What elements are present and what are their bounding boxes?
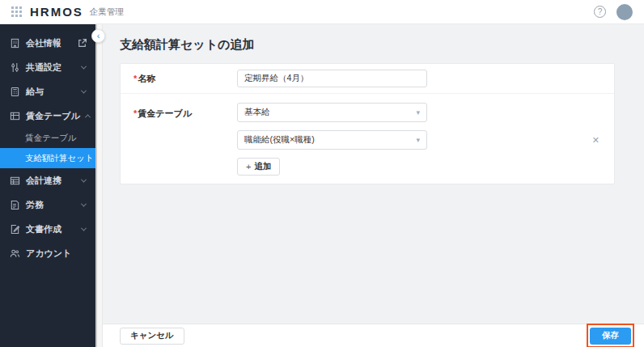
required-mark: * xyxy=(133,108,137,118)
sidebar: 会社情報 共通設定 xyxy=(0,24,95,347)
name-form-row: *名称 xyxy=(121,64,614,93)
sidebar-item-labor[interactable]: 労務 xyxy=(0,193,95,217)
required-mark: * xyxy=(133,74,137,83)
sidebar-item-common-settings[interactable]: 共通設定 xyxy=(0,55,95,79)
wage-table-icon xyxy=(10,111,20,121)
app-window: HRMOS 企業管理 ? 会社情報 xyxy=(0,0,644,347)
wage-table-form-row: *賃金テーブル 基本給 ▾ 職能給(役職×職 xyxy=(121,93,614,184)
sliders-icon xyxy=(10,62,20,73)
select-value: 職能給(役職×職種) xyxy=(244,134,315,146)
top-header: HRMOS 企業管理 ? xyxy=(0,0,644,24)
accounting-table-icon xyxy=(10,176,20,186)
body: 会社情報 共通設定 xyxy=(0,24,644,347)
sidebar-subitem-payment-calc-set[interactable]: 支給額計算セット xyxy=(0,148,95,168)
chevron-down-icon xyxy=(81,201,87,206)
select-value: 基本給 xyxy=(244,107,270,118)
sidebar-item-label: 給与 xyxy=(26,86,76,98)
wage-table-selects: 基本給 ▾ 職能給(役職×職種) ▾ ✕ xyxy=(237,103,601,176)
external-link-icon xyxy=(77,38,87,49)
form-card: *名称 *賃金テーブル 基本給 ▾ xyxy=(120,63,615,184)
chevron-down-icon xyxy=(81,87,87,93)
product-label: 企業管理 xyxy=(90,6,124,18)
document-create-icon xyxy=(10,224,20,235)
sidebar-item-label: 賃金テーブル xyxy=(26,110,80,122)
footer-bar: キャンセル 保存 xyxy=(103,324,644,347)
sidebar-item-label: 文書作成 xyxy=(26,223,76,235)
chevron-down-icon xyxy=(81,225,87,231)
chevron-down-icon: ▾ xyxy=(416,136,420,144)
sidebar-collapse-button[interactable]: ‹ xyxy=(91,29,105,43)
remove-row-icon[interactable]: ✕ xyxy=(591,133,601,147)
help-icon[interactable]: ? xyxy=(594,6,606,18)
sidebar-item-label: 会計連携 xyxy=(26,175,76,187)
hrmos-logo: HRMOS xyxy=(30,5,83,19)
sidebar-item-account[interactable]: アカウント xyxy=(0,241,95,265)
user-avatar[interactable] xyxy=(616,4,633,20)
name-input[interactable] xyxy=(237,70,427,87)
sidebar-item-label: 会社情報 xyxy=(26,37,71,49)
account-people-icon xyxy=(10,248,20,259)
sidebar-item-payroll[interactable]: 給与 xyxy=(0,79,95,104)
plus-icon: + xyxy=(246,162,251,171)
sidebar-subitem-wage-table[interactable]: 賃金テーブル xyxy=(0,128,95,148)
wage-table-select-2[interactable]: 職能給(役職×職種) ▾ xyxy=(237,130,427,150)
sidebar-gutter[interactable] xyxy=(95,24,103,347)
wage-table-select-row-1: 基本給 ▾ xyxy=(237,103,601,122)
sidebar-item-label: アカウント xyxy=(26,248,87,260)
content-area: 支給額計算セットの追加 *名称 *賃金テーブル xyxy=(103,24,644,324)
save-button[interactable]: 保存 xyxy=(590,328,631,345)
name-label: *名称 xyxy=(133,73,237,85)
chevron-down-icon: ▾ xyxy=(416,108,420,116)
labor-doc-icon xyxy=(10,200,20,210)
main-area: 支給額計算セットの追加 *名称 *賃金テーブル xyxy=(103,24,644,347)
add-wage-table-button[interactable]: + 追加 xyxy=(237,158,280,176)
header-right: ? xyxy=(594,4,633,20)
cancel-button[interactable]: キャンセル xyxy=(120,328,184,345)
wage-table-select-row-2: 職能給(役職×職種) ▾ ✕ xyxy=(237,130,601,150)
sidebar-item-accounting-link[interactable]: 会計連携 xyxy=(0,168,95,193)
sidebar-item-company-info[interactable]: 会社情報 xyxy=(0,31,95,55)
calculator-icon xyxy=(10,87,20,97)
save-button-wrapper: 保存 xyxy=(590,327,631,345)
chevron-up-icon xyxy=(85,114,91,120)
sidebar-item-wage-table[interactable]: 賃金テーブル xyxy=(0,104,95,128)
wage-table-label: *賃金テーブル xyxy=(133,103,237,176)
sidebar-item-label: 労務 xyxy=(26,199,76,211)
chevron-down-icon xyxy=(81,176,87,182)
add-button-label: 追加 xyxy=(254,161,271,172)
building-icon xyxy=(10,38,20,49)
chevron-down-icon xyxy=(81,63,87,69)
sidebar-item-document-creation[interactable]: 文書作成 xyxy=(0,217,95,241)
app-launcher-grid-icon[interactable] xyxy=(11,6,22,17)
wage-table-select-1[interactable]: 基本給 ▾ xyxy=(237,103,427,122)
page-title: 支給額計算セットの追加 xyxy=(120,37,615,53)
sidebar-item-label: 共通設定 xyxy=(26,61,76,74)
